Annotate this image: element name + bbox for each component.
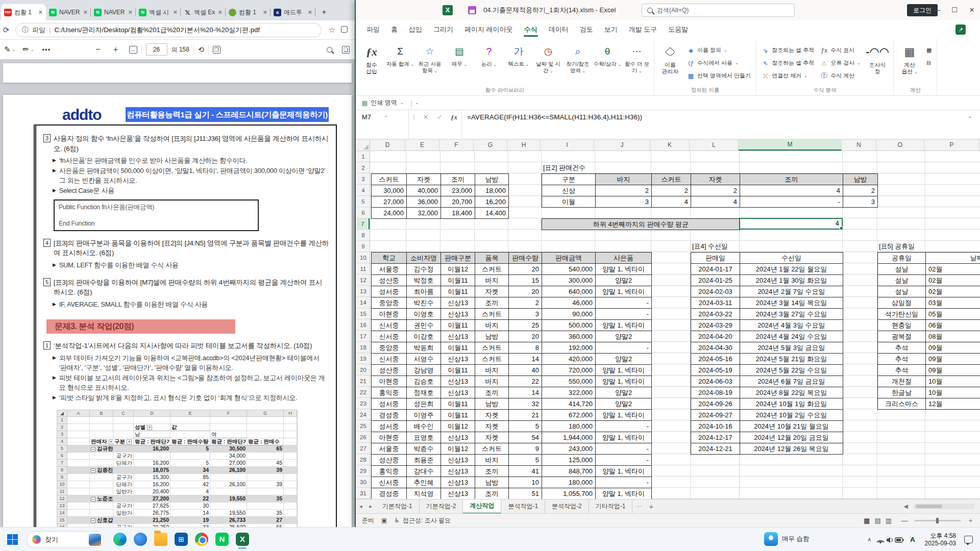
- insert-function-icon[interactable]: ƒx: [451, 113, 457, 121]
- sales-detail-table-cell[interactable]: 신상13: [441, 331, 475, 342]
- collapse-icon[interactable]: −: [91, 497, 95, 502]
- pdf-search-icon[interactable]: [327, 47, 332, 53]
- menu-tab-그리기[interactable]: 그리기: [428, 20, 459, 39]
- repair-date-table-cell[interactable]: 2024-05-16: [691, 354, 740, 365]
- row-header-5[interactable]: 5: [357, 196, 370, 207]
- repair-date-table-cell[interactable]: 2024년 2월 7일 수요일: [740, 286, 843, 297]
- repair-date-table-cell[interactable]: 2024-03-22: [691, 309, 740, 320]
- sales-detail-table-cell[interactable]: 3: [509, 309, 542, 320]
- repair-date-table-cell[interactable]: 2024년 5월 21일 화요일: [740, 354, 843, 365]
- row-header-28[interactable]: 28: [357, 454, 370, 465]
- close-button[interactable]: ✕: [963, 0, 980, 20]
- tab-close-icon[interactable]: ✕: [263, 9, 267, 16]
- sheet-tab-계산작업[interactable]: 계산작업: [463, 499, 501, 514]
- sales-count-table-cell[interactable]: 구분: [542, 174, 596, 185]
- repair-date-table-cell[interactable]: 2024년 5월 3일 금요일: [740, 342, 843, 354]
- menu-tab-수식[interactable]: 수식: [519, 20, 543, 39]
- row-header-18[interactable]: 18: [357, 342, 370, 353]
- repair-date-table-cell[interactable]: 2024년 3월 27일 수요일: [740, 309, 843, 320]
- save-icon[interactable]: [468, 6, 476, 14]
- tab-close-icon[interactable]: ✕: [38, 9, 43, 16]
- sales-detail-table-cell[interactable]: 박진수: [407, 297, 441, 309]
- page-layout-view-icon[interactable]: ▤: [874, 517, 880, 524]
- menu-tab-파일[interactable]: 파일: [361, 20, 385, 39]
- sales-detail-table-cell[interactable]: 이월12: [441, 264, 475, 275]
- sales-count-table-cell[interactable]: 바지: [596, 174, 652, 185]
- ribbon-button-함수 더 보기[interactable]: ⋯함수 더 보기 ⌄: [622, 41, 652, 86]
- sales-detail-table-cell[interactable]: 표영호: [407, 432, 441, 443]
- sales-detail-table-cell[interactable]: 신상13: [441, 309, 475, 320]
- sales-detail-table-cell[interactable]: -: [596, 309, 652, 320]
- share-icon[interactable]: ↗: [955, 24, 966, 35]
- taskbar-file-explorer-icon[interactable]: [154, 533, 167, 546]
- taskbar-copilot-icon[interactable]: [134, 533, 147, 546]
- sales-detail-table-cell[interactable]: 성산중: [372, 365, 407, 376]
- sales-count-table-cell[interactable]: 2: [691, 185, 740, 196]
- ribbon-button-텍스트[interactable]: 가텍스트 ⌄: [504, 41, 533, 86]
- filter-dropdown-icon[interactable]: ▼: [109, 439, 114, 444]
- sales-detail-table-cell[interactable]: 이월11: [441, 320, 475, 331]
- sales-detail-table-cell[interactable]: 이월12: [441, 443, 475, 455]
- sales-detail-table-cell[interactable]: 이월11: [441, 398, 475, 410]
- sales-detail-table-cell[interactable]: 신서중: [372, 354, 407, 365]
- holiday-table-cell[interactable]: 현충일: [878, 320, 926, 331]
- sales-detail-table-cell[interactable]: 이영호: [407, 309, 441, 320]
- sales-detail-table-cell[interactable]: 양말2: [596, 387, 652, 398]
- sales-detail-table-cell[interactable]: 양말2: [596, 331, 652, 342]
- holiday-table-cell[interactable]: 10월: [926, 376, 980, 387]
- collapse-icon[interactable]: −: [91, 447, 95, 452]
- tab-close-icon[interactable]: ✕: [83, 9, 88, 16]
- sales-count-table-cell[interactable]: 스커트: [652, 174, 691, 185]
- chevron-down-icon[interactable]: ⌄: [415, 101, 419, 105]
- sales-count-table-cell[interactable]: 2: [843, 185, 878, 196]
- price-table-cell[interactable]: 18,000: [475, 185, 509, 196]
- holiday-table-cell[interactable]: 06월: [926, 320, 980, 331]
- menu-tab-도움말[interactable]: 도움말: [663, 20, 694, 39]
- row-header-19[interactable]: 19: [357, 353, 370, 364]
- row-header-27[interactable]: 27: [357, 443, 370, 454]
- sheet-tab-분석작업-2[interactable]: 분석작업-2: [545, 499, 589, 514]
- sales-detail-table-cell[interactable]: 640,000: [542, 286, 596, 297]
- ribbon-button-선택 영역에서 만들기[interactable]: ▦선택 영역에서 만들기: [684, 69, 754, 82]
- pdf-draw-tool[interactable]: ✎⌄: [4, 45, 15, 54]
- menu-tab-보기[interactable]: 보기: [599, 20, 623, 39]
- column-header-M[interactable]: M: [739, 140, 842, 151]
- sales-detail-table-cell[interactable]: 최용준: [407, 455, 441, 466]
- collapse-icon[interactable]: −: [91, 468, 95, 473]
- pdf-thumbnails-icon[interactable]: ❏: [342, 46, 350, 54]
- sales-detail-table-cell[interactable]: 300,000: [542, 275, 596, 286]
- sales-detail-table-cell[interactable]: 스커트: [475, 264, 509, 275]
- price-table-cell[interactable]: 18,400: [441, 208, 475, 219]
- column-header-P[interactable]: P: [924, 140, 979, 151]
- price-table-cell[interactable]: 자켓: [407, 174, 441, 185]
- sales-detail-table-cell[interactable]: 학교: [372, 253, 407, 264]
- sales-detail-table-cell[interactable]: 420,000: [542, 354, 596, 365]
- holiday-table-cell[interactable]: 설날: [878, 275, 926, 286]
- row-header-14[interactable]: 14: [357, 297, 370, 308]
- holiday-table-cell[interactable]: 09월: [926, 354, 980, 365]
- sales-detail-table-cell[interactable]: 540,000: [542, 264, 596, 275]
- sales-detail-table-cell[interactable]: 40: [509, 365, 542, 376]
- normal-view-icon[interactable]: ▦: [864, 517, 870, 524]
- pdf-rotate-icon[interactable]: ⟲: [198, 45, 204, 54]
- sales-detail-table-cell[interactable]: 125,000: [542, 455, 596, 466]
- holiday-table-cell[interactable]: 10월: [926, 387, 980, 398]
- taskbar-clock[interactable]: 오후 4:58 2025-09-03: [920, 532, 961, 547]
- sales-detail-table-cell[interactable]: 양말 1, 넥타이: [596, 466, 652, 477]
- ribbon-button-수식 계산[interactable]: ⓕ수식 계산: [817, 69, 864, 82]
- row-header-23[interactable]: 23: [357, 398, 370, 409]
- holiday-table-cell[interactable]: 추석: [878, 342, 926, 354]
- holiday-table-cell[interactable]: 추석: [878, 354, 926, 365]
- sales-detail-table-cell[interactable]: 신상13: [441, 387, 475, 398]
- sales-detail-table-cell[interactable]: 서울중: [372, 264, 407, 275]
- taskbar-whale-icon[interactable]: N: [215, 533, 229, 546]
- sales-detail-table-cell[interactable]: 414,720: [542, 398, 596, 410]
- sales-count-table-cell[interactable]: 조끼: [740, 174, 843, 185]
- sales-detail-table-cell[interactable]: 신상13: [441, 376, 475, 387]
- sales-detail-table-cell[interactable]: 5: [509, 421, 542, 432]
- sales-detail-table-cell[interactable]: 243,000: [542, 443, 596, 455]
- browser-tab-4[interactable]: N엑셀 시✕: [136, 4, 181, 20]
- price-table-cell[interactable]: 14,400: [475, 208, 509, 219]
- price-table-cell[interactable]: 32,000: [407, 208, 441, 219]
- ribbon-button-참조되는 셀 추적[interactable]: ⇘참조되는 셀 추적: [758, 44, 817, 57]
